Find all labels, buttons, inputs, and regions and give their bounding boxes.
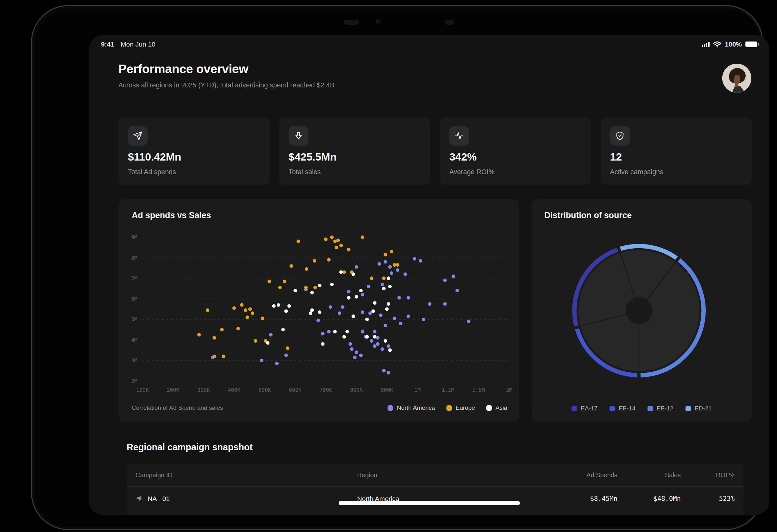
legend-item-asia[interactable]: Asia <box>486 404 507 411</box>
stat-label: Total Ad spends <box>128 168 176 176</box>
arrow-down-icon <box>289 126 308 146</box>
svg-text:300K: 300K <box>197 387 210 393</box>
donut-legend: EA-17EB-14EB-12ED-21 <box>532 405 752 412</box>
svg-text:500K: 500K <box>258 387 271 393</box>
scatter-plot[interactable]: 9M8M7M6M5M4M3M2M100K200K300K400K500K600K… <box>118 226 519 397</box>
col-roi: ROI % <box>681 471 735 479</box>
legend-item-north-america[interactable]: North America <box>387 404 435 411</box>
legend-item-eb-14[interactable]: EB-14 <box>609 405 636 412</box>
svg-text:1M: 1M <box>415 387 421 393</box>
legend-item-ed-21[interactable]: ED-21 <box>685 405 712 412</box>
avatar[interactable] <box>722 64 751 93</box>
legend-label: North America <box>397 404 435 411</box>
cell-ad-spends: $8.45Mn <box>557 495 618 503</box>
date: Mon Jun 10 <box>121 40 155 48</box>
table-body: NA - 01North America$8.45Mn$48.0Mn523% <box>127 487 744 511</box>
donut-chart-card: Distribution of source EA-17EB-14EB-12ED… <box>532 199 752 421</box>
stat-value: 12 <box>610 151 622 163</box>
cellular-signal-icon <box>702 42 710 47</box>
stat-value: $425.5Mn <box>289 151 337 163</box>
legend-label: EB-14 <box>619 405 636 412</box>
legend-dot <box>571 406 577 411</box>
scatter-caption: Correlation of Ad Spend and sales <box>132 404 223 411</box>
legend-dot <box>387 405 393 411</box>
svg-text:9M: 9M <box>131 234 137 240</box>
bezel-mic-pill <box>445 20 454 25</box>
stat-value: $110.42Mn <box>128 151 181 163</box>
page-header: Performance overview Across all regions … <box>118 62 752 89</box>
send-icon <box>128 126 147 146</box>
legend-item-europe[interactable]: Europe <box>446 404 475 411</box>
cell-sales: $48.0Mn <box>618 495 681 503</box>
svg-text:8M: 8M <box>131 255 137 261</box>
table-title: Regional campaign snapshot <box>127 442 744 452</box>
table-card: Campaign ID Region Ad Spends Sales ROI %… <box>127 464 744 515</box>
scatter-chart-title: Ad spends vs Sales <box>132 211 211 220</box>
donut-chart[interactable] <box>532 199 752 402</box>
bezel-sensor-pill <box>344 20 359 25</box>
cell-roi: 523% <box>681 495 735 503</box>
ipad-bezel: 9:41 Mon Jun 10 100% <box>31 5 763 530</box>
stat-value: 342% <box>449 151 476 163</box>
legend-dot <box>486 405 492 411</box>
avatar-portrait <box>722 64 751 93</box>
stage: 9:41 Mon Jun 10 100% <box>0 0 777 532</box>
svg-text:600K: 600K <box>289 387 302 393</box>
campaign-icon <box>135 495 142 502</box>
col-region: Region <box>357 471 557 479</box>
legend-dot <box>609 406 615 411</box>
wifi-icon <box>713 41 721 47</box>
svg-text:400K: 400K <box>228 387 241 393</box>
shield-check-icon <box>610 126 630 146</box>
legend-item-eb-12[interactable]: EB-12 <box>648 405 673 412</box>
battery-percent: 100% <box>725 40 742 48</box>
table-row[interactable]: NA - 01North America$8.45Mn$48.0Mn523% <box>127 487 744 511</box>
legend-label: Europe <box>456 404 475 411</box>
stat-label: Average ROI% <box>449 168 494 176</box>
table-header-row: Campaign ID Region Ad Spends Sales ROI % <box>127 464 744 487</box>
col-ad-spends: Ad Spends <box>557 471 618 479</box>
legend-dot <box>446 405 452 411</box>
svg-text:1.1M: 1.1M <box>442 387 454 393</box>
stat-cards: $110.42Mn Total Ad spends $425.5Mn Total… <box>118 117 752 185</box>
activity-icon <box>449 126 469 146</box>
legend-label: EA-17 <box>581 405 597 412</box>
stat-label: Total sales <box>289 168 321 176</box>
page-subtitle: Across all regions in 2025 (YTD), total … <box>118 81 752 89</box>
scatter-legend: North AmericaEuropeAsia <box>387 404 507 411</box>
stat-card-active-campaigns[interactable]: 12 Active campaigns <box>601 117 752 185</box>
status-bar: 9:41 Mon Jun 10 100% <box>101 39 757 49</box>
screen: 9:41 Mon Jun 10 100% <box>89 35 769 515</box>
svg-text:4M: 4M <box>131 337 137 343</box>
charts-row: Ad spends vs Sales 9M8M7M6M5M4M3M2M100K2… <box>118 199 752 421</box>
svg-text:800K: 800K <box>350 387 363 393</box>
svg-text:2M: 2M <box>506 387 512 393</box>
front-camera <box>375 19 381 25</box>
svg-text:700K: 700K <box>320 387 332 393</box>
campaign-id: NA - 01 <box>147 495 170 503</box>
svg-text:100K: 100K <box>136 387 149 393</box>
stat-card-average-roi[interactable]: 342% Average ROI% <box>440 117 591 185</box>
svg-text:1.5M: 1.5M <box>472 387 485 393</box>
legend-dot <box>648 406 653 411</box>
legend-item-ea-17[interactable]: EA-17 <box>571 405 597 412</box>
legend-label: ED-21 <box>695 405 712 412</box>
legend-dot <box>685 406 691 411</box>
svg-text:2M: 2M <box>131 378 137 384</box>
stat-card-total-sales[interactable]: $425.5Mn Total sales <box>279 117 431 185</box>
home-indicator[interactable] <box>338 501 520 505</box>
battery-icon <box>745 41 757 47</box>
clock: 9:41 <box>101 40 114 48</box>
stat-card-total-ad-spends[interactable]: $110.42Mn Total Ad spends <box>118 117 270 185</box>
svg-text:200K: 200K <box>167 387 180 393</box>
col-campaign-id: Campaign ID <box>135 471 357 479</box>
svg-text:7M: 7M <box>131 276 137 282</box>
svg-text:900K: 900K <box>380 387 393 393</box>
legend-label: EB-12 <box>657 405 673 412</box>
svg-text:6M: 6M <box>131 296 137 302</box>
svg-text:3M: 3M <box>131 357 137 363</box>
page-title: Performance overview <box>118 62 752 76</box>
svg-text:5M: 5M <box>131 316 137 322</box>
cell-campaign-id: NA - 01 <box>135 495 357 503</box>
stat-label: Active campaigns <box>610 168 664 176</box>
